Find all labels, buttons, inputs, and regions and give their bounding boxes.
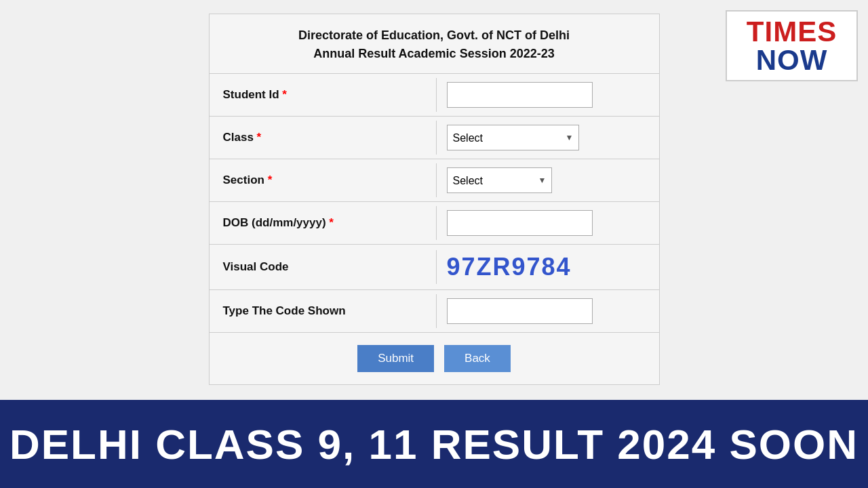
form-title: Directorate of Education, Govt. of NCT o… <box>210 14 659 74</box>
back-button[interactable]: Back <box>444 345 511 372</box>
student-id-field <box>437 74 659 116</box>
type-code-input[interactable] <box>447 298 593 324</box>
class-label: Class * <box>210 121 437 155</box>
section-select[interactable]: Select <box>447 167 552 193</box>
class-select-wrapper: Select <box>447 125 579 150</box>
section-row: Section * Select <box>210 159 659 202</box>
section-field: Select <box>437 159 659 201</box>
main-area: TIMES NOW Directorate of Education, Govt… <box>0 0 868 400</box>
student-id-required: * <box>282 88 287 101</box>
class-row: Class * Select <box>210 117 659 159</box>
type-code-row: Type The Code Shown <box>210 290 659 333</box>
type-code-label: Type The Code Shown <box>210 294 437 328</box>
form-title-line1: Directorate of Education, Govt. of NCT o… <box>298 28 570 42</box>
form-title-line2: Annual Result Academic Session 2022-23 <box>313 47 554 60</box>
form-container: Directorate of Education, Govt. of NCT o… <box>209 14 660 385</box>
class-required: * <box>257 131 262 144</box>
times-now-logo: TIMES NOW <box>726 10 858 81</box>
logo-now: NOW <box>756 46 828 75</box>
submit-button[interactable]: Submit <box>357 345 434 372</box>
visual-code-label: Visual Code <box>210 250 437 284</box>
dob-field <box>437 202 659 244</box>
section-required: * <box>268 174 273 186</box>
buttons-row: Submit Back <box>210 333 659 384</box>
class-select[interactable]: Select <box>447 125 579 150</box>
visual-code-row: Visual Code 97ZR9784 <box>210 245 659 290</box>
visual-code-field: 97ZR9784 <box>437 245 659 289</box>
section-select-wrapper: Select <box>447 167 552 193</box>
dob-row: DOB (dd/mm/yyyy) * <box>210 202 659 245</box>
student-id-label: Student Id * <box>210 78 437 112</box>
type-code-field <box>437 290 659 332</box>
class-field: Select <box>437 117 659 159</box>
dob-input[interactable] <box>447 210 593 236</box>
student-id-input[interactable] <box>447 82 593 108</box>
student-id-row: Student Id * <box>210 74 659 117</box>
visual-code-value: 97ZR9784 <box>447 253 572 281</box>
logo-times: TIMES <box>747 18 837 46</box>
banner-text: DELHI CLASS 9, 11 RESULT 2024 SOON <box>9 420 859 468</box>
bottom-banner: DELHI CLASS 9, 11 RESULT 2024 SOON <box>0 400 868 488</box>
section-label: Section * <box>210 163 437 197</box>
dob-label: DOB (dd/mm/yyyy) * <box>210 206 437 240</box>
dob-required: * <box>329 216 334 229</box>
